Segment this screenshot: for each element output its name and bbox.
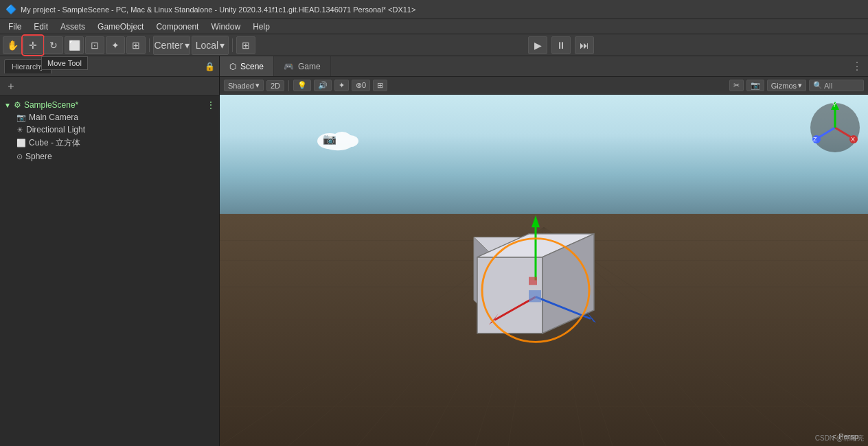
snap-tool-button[interactable]: ⊞	[236, 36, 255, 54]
svg-text:📷: 📷	[323, 132, 336, 145]
local-button[interactable]: Local ▾	[192, 36, 228, 54]
title-bar: 🔷 My project - SampleScene - PC, Mac & L…	[0, 0, 868, 19]
transform-tool-button[interactable]: ✦	[106, 36, 125, 54]
viewport[interactable]: 📷	[220, 95, 868, 446]
shading-dropdown[interactable]: Shaded ▾	[224, 80, 264, 91]
cube-icon: ⬜	[16, 139, 26, 148]
window-title: My project - SampleScene - PC, Mac & Lin…	[21, 5, 415, 14]
scene-extras-button[interactable]: ✂	[729, 80, 744, 91]
scene-toolbar: Shaded ▾ 2D 💡 🔊 ✦ ⊗0 ⊞ ✂ 📷 Gizmos ▾ 🔍 Al…	[220, 77, 868, 95]
camera-label: Main Camera	[29, 113, 78, 122]
pivot-dropdown-icon: ▾	[185, 40, 190, 51]
step-button[interactable]: ⏭	[575, 36, 594, 54]
hierarchy-item-cube[interactable]: ⬜ Cube - 立方体	[0, 136, 219, 150]
scene-icon: ⚙	[14, 100, 21, 110]
sphere-label: Sphere	[25, 152, 52, 161]
toolbar: ✋ ✛ ↻ ⬜ ⊡ ✦ ⊞ Center ▾ Local ▾ ⊞ ▶ ⏸ ⏭ M…	[0, 34, 868, 56]
svg-rect-39	[529, 290, 541, 302]
hierarchy-content: ▼ ⚙ SampleScene* ⋮ 📷 Main Camera ☀ Direc…	[0, 96, 219, 446]
menu-help[interactable]: Help	[247, 21, 275, 33]
shading-chevron: ▾	[255, 81, 260, 90]
menu-component[interactable]: Component	[150, 21, 204, 33]
scene-tb-right: ✂ 📷 Gizmos ▾ 🔍 All	[729, 80, 864, 91]
viewport-gizmo[interactable]: Z X Y	[808, 100, 863, 155]
svg-text:Z: Z	[813, 136, 817, 143]
rotate-tool-button[interactable]: ↻	[44, 36, 63, 54]
hierarchy-panel: Hierarchy 🔒 + ▼ ⚙ SampleScene* ⋮ 📷 Main …	[0, 56, 220, 446]
hierarchy-item-camera[interactable]: 📷 Main Camera	[0, 111, 219, 124]
2d-button[interactable]: 2D	[266, 80, 284, 91]
search-icon: 🔍	[813, 81, 823, 90]
toolbar-sep-2	[232, 38, 233, 52]
hierarchy-tab[interactable]: Hierarchy	[4, 59, 52, 73]
scene-tab-icon: ⬡	[229, 62, 236, 71]
scene-tab-more[interactable]: ⋮	[846, 56, 868, 76]
game-tab-icon: 🎮	[284, 62, 294, 71]
menu-bar: File Edit Assets GameObject Component Wi…	[0, 19, 868, 34]
camera-toggle-button[interactable]: 📷	[746, 80, 764, 91]
scene-tabs: ⬡ Scene 🎮 Game ⋮	[220, 56, 868, 77]
svg-rect-40	[529, 277, 537, 285]
lighting-button[interactable]: 💡	[293, 80, 311, 91]
watermark: CSDN @韩曙亮	[815, 434, 864, 443]
svg-text:Y: Y	[832, 102, 836, 108]
scene-root[interactable]: ▼ ⚙ SampleScene* ⋮	[0, 99, 219, 111]
audio-button[interactable]: 🔊	[314, 80, 332, 91]
hierarchy-item-sphere[interactable]: ⊙ Sphere	[0, 150, 219, 163]
search-field[interactable]: 🔍 All	[809, 80, 864, 91]
menu-edit[interactable]: Edit	[28, 21, 54, 33]
main-layout: Hierarchy 🔒 + ▼ ⚙ SampleScene* ⋮ 📷 Main …	[0, 56, 868, 446]
center-button[interactable]: Center ▾	[154, 36, 190, 54]
toolbar-sep-1	[149, 38, 150, 52]
menu-assets[interactable]: Assets	[55, 21, 91, 33]
scene-tb-sep-1	[288, 80, 289, 91]
pivot-toggle[interactable]: Center ▾	[153, 36, 190, 55]
scene-options-icon[interactable]: ⋮	[207, 100, 215, 110]
unity-app-icon: 🔷	[5, 4, 16, 14]
scale-tool-button[interactable]: ⬜	[65, 36, 84, 54]
hierarchy-add-button[interactable]: +	[4, 80, 18, 93]
custom-tool-button[interactable]: ⊞	[126, 36, 146, 54]
hierarchy-toolbar: +	[0, 77, 219, 96]
cube-label: Cube - 立方体	[29, 137, 80, 149]
scene-viewport-svg: 📷	[220, 95, 868, 446]
scene-name: SampleScene*	[24, 100, 78, 110]
camera-icon: 📷	[16, 113, 26, 122]
move-tool-button[interactable]: ✛	[23, 36, 43, 54]
hidden-objects-button[interactable]: ⊗0	[352, 80, 370, 91]
menu-gameobject[interactable]: GameObject	[92, 21, 149, 33]
rect-tool-button[interactable]: ⊡	[85, 36, 104, 54]
tab-game[interactable]: 🎮 Game	[274, 56, 331, 76]
pause-button[interactable]: ⏸	[551, 36, 571, 54]
sphere-icon: ⊙	[16, 152, 23, 161]
space-toggle[interactable]: Local ▾	[192, 36, 229, 55]
hierarchy-item-light[interactable]: ☀ Directional Light	[0, 124, 219, 136]
play-controls: ▶ ⏸ ⏭	[257, 36, 865, 54]
lock-icon[interactable]: 🔒	[205, 62, 215, 71]
scene-tab-label: Scene	[240, 62, 264, 71]
tab-scene[interactable]: ⬡ Scene	[220, 56, 274, 76]
light-icon: ☀	[16, 126, 23, 134]
game-tab-label: Game	[298, 62, 321, 71]
hierarchy-header: Hierarchy 🔒	[0, 56, 219, 77]
light-label: Directional Light	[26, 125, 85, 134]
scene-expand-icon: ▼	[4, 102, 11, 109]
gizmos-button[interactable]: Gizmos ▾	[767, 80, 806, 91]
scene-area: ⬡ Scene 🎮 Game ⋮ Shaded ▾ 2D 💡 🔊 ✦ ⊗0 ⊞ …	[220, 56, 868, 446]
grid-button[interactable]: ⊞	[373, 80, 387, 91]
menu-window[interactable]: Window	[205, 21, 246, 33]
play-button[interactable]: ▶	[528, 36, 547, 54]
gizmos-chevron: ▾	[798, 81, 802, 90]
fx-button[interactable]: ✦	[334, 80, 349, 91]
svg-rect-0	[220, 95, 868, 227]
space-dropdown-icon: ▾	[220, 40, 225, 51]
svg-text:X: X	[851, 136, 855, 143]
menu-file[interactable]: File	[3, 21, 27, 33]
hand-tool-button[interactable]: ✋	[3, 36, 22, 54]
